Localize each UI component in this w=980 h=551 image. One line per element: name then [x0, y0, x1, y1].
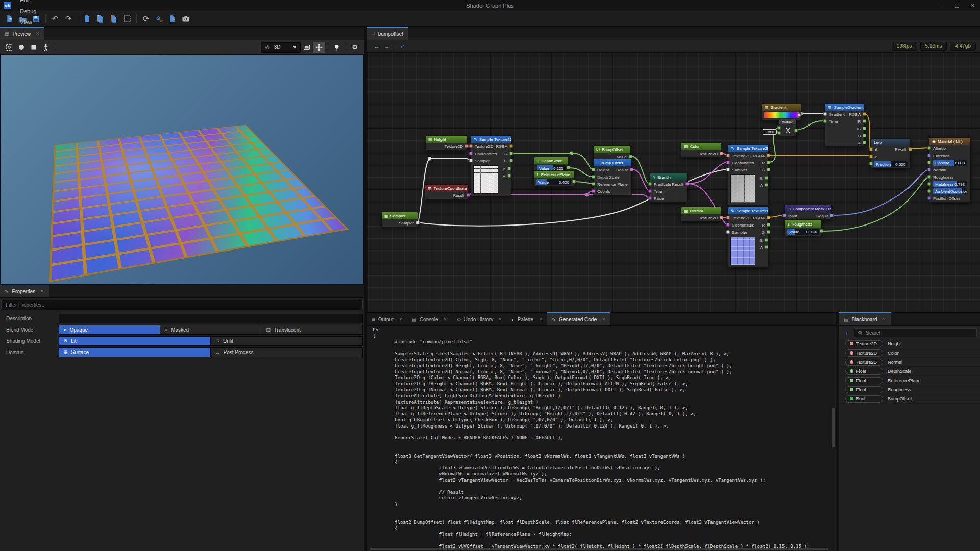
add-parameter-button[interactable]: + [842, 328, 851, 337]
compile-gears-icon[interactable]: ⚙⚙ [153, 13, 166, 25]
connector[interactable] [782, 214, 786, 217]
gradient-bar[interactable] [764, 112, 799, 118]
connector[interactable] [767, 161, 770, 164]
connector[interactable] [507, 167, 511, 170]
connector[interactable] [509, 144, 513, 148]
connector[interactable] [765, 176, 768, 180]
node-sample2[interactable]: ✎Sample Texture2DTexture2DRGBACoordinate… [728, 144, 769, 206]
tab-blackboard[interactable]: ▤ Blackboard ✕ [839, 312, 891, 325]
connector[interactable] [869, 155, 873, 158]
blackboard-item-referenceplane[interactable]: FloatReferencePlane [839, 376, 980, 385]
connector[interactable] [830, 214, 834, 217]
connector[interactable] [592, 168, 595, 171]
blackboard-item-color[interactable]: Texture2DColor [839, 348, 980, 358]
connector[interactable] [726, 216, 730, 219]
value-slider[interactable]: Value0.420 [536, 179, 571, 185]
connector[interactable] [927, 154, 931, 157]
connector[interactable] [592, 189, 595, 193]
connector[interactable] [467, 193, 470, 197]
duplicate-page-icon[interactable] [94, 13, 107, 25]
close-icon[interactable]: ✕ [498, 317, 502, 322]
value-slider[interactable]: Value0.124 [787, 229, 819, 235]
connector[interactable] [777, 131, 781, 135]
node-refplane[interactable]: 1ReferencePlaneValue0.420 [533, 170, 574, 187]
node-componentmask[interactable]: ⊞Component Mask ( R G B )InputResult [784, 205, 832, 220]
param-slider[interactable]: Opacity1.000 [933, 160, 967, 166]
redo-icon[interactable]: ↷ [62, 13, 75, 25]
connector[interactable] [927, 175, 931, 179]
connector[interactable] [592, 182, 595, 186]
close-icon[interactable]: ✕ [538, 317, 543, 322]
close-icon[interactable]: ✕ [602, 317, 606, 322]
connector[interactable] [726, 223, 730, 227]
minimize-button[interactable]: – [934, 0, 949, 11]
gizmo-icon[interactable] [313, 42, 325, 53]
option-opaque[interactable]: ●Opaque [59, 325, 160, 335]
node-color[interactable]: ▦ColorTexture2D [681, 142, 722, 158]
connector[interactable] [927, 196, 931, 200]
connector[interactable] [797, 113, 801, 117]
connector[interactable] [767, 216, 770, 219]
blackboard-item-bumpoffset[interactable]: BoolBumpOffset [839, 394, 980, 404]
node-gradient[interactable]: ▥Gradient [762, 103, 801, 120]
node-lerp[interactable]: LerpAResultBFraction0.500 [871, 138, 911, 169]
connector[interactable] [767, 168, 770, 171]
edit-shader-icon[interactable]: ✎ [166, 13, 179, 25]
param-slider[interactable]: Metalness0.793 [933, 181, 967, 187]
blackboard-item-depthscale[interactable]: FloatDepthScale [839, 367, 980, 376]
connector[interactable] [630, 168, 633, 171]
connector[interactable] [685, 182, 689, 186]
connector[interactable] [909, 147, 912, 151]
connector[interactable] [767, 154, 770, 157]
float-value-box[interactable]: 2.500 [763, 129, 777, 135]
node-sampler[interactable]: ▦SamplerSampler [381, 212, 418, 227]
connector[interactable] [648, 189, 652, 193]
param-slider[interactable]: AmbientOcclusion1.000 [933, 188, 967, 194]
close-icon[interactable]: ✕ [444, 317, 448, 322]
option-masked[interactable]: ○Masked [160, 325, 262, 335]
connector[interactable] [869, 147, 873, 151]
connector[interactable] [726, 154, 730, 157]
connector[interactable] [648, 196, 652, 200]
close-icon[interactable]: ✕ [40, 289, 44, 294]
preview-3d-viewport[interactable] [0, 55, 364, 285]
option-unlit[interactable]: ☽Unlit [211, 336, 363, 346]
menu-edit[interactable]: Edit [15, 0, 41, 6]
connector[interactable] [863, 127, 866, 130]
node-bumpoffset-fn[interactable]: ⌗Bump OffsetHeightResultDepth ScaleRefer… [593, 159, 632, 195]
vertical-scrollbar[interactable] [832, 408, 835, 447]
connector[interactable] [767, 223, 770, 227]
connector[interactable] [465, 144, 469, 148]
node-roughness[interactable]: 1RoughnessValue0.124 [784, 220, 822, 236]
back-button[interactable]: ← [372, 41, 382, 52]
node-samplegradient[interactable]: ▥SampleGradientGradientRGBATimeRGBA [825, 103, 865, 147]
connector[interactable] [927, 161, 931, 164]
connector[interactable] [726, 161, 730, 164]
home-button[interactable]: ⌂ [398, 41, 408, 52]
node-height[interactable]: ▦HeightTexture2D [425, 135, 467, 151]
screenshot-icon[interactable] [179, 13, 192, 25]
node-normal[interactable]: ▦NormalTexture2D [681, 207, 722, 222]
connector[interactable] [469, 159, 473, 162]
connector[interactable] [720, 216, 723, 219]
connector[interactable] [767, 230, 770, 234]
connector[interactable] [863, 112, 866, 116]
tab-undo-history[interactable]: ⟲Undo History✕ [452, 313, 507, 325]
close-icon[interactable]: ✕ [36, 31, 40, 36]
vertical-splitter[interactable] [364, 27, 368, 551]
value-slider[interactable]: Fraction0.500 [874, 161, 908, 167]
connector[interactable] [509, 152, 513, 155]
connector[interactable] [777, 126, 781, 130]
node-graph-canvas[interactable]: ▦SamplerSampler▦HeightTexture2D▨TextureC… [368, 53, 980, 312]
connector[interactable] [927, 189, 931, 193]
paste-page-icon[interactable] [107, 13, 120, 25]
connector[interactable] [927, 168, 931, 171]
sphere-icon[interactable] [15, 42, 28, 53]
blackboard-item-normal[interactable]: Texture2DNormal [839, 358, 980, 367]
node-sample3[interactable]: ✎Sample Texture2DTexture2DRGBACoordinate… [728, 207, 769, 268]
filter-properties-input[interactable] [1, 300, 363, 310]
connector[interactable] [720, 152, 723, 155]
connector[interactable] [469, 144, 473, 148]
wire-junction[interactable] [585, 193, 589, 197]
connector[interactable] [927, 146, 931, 150]
